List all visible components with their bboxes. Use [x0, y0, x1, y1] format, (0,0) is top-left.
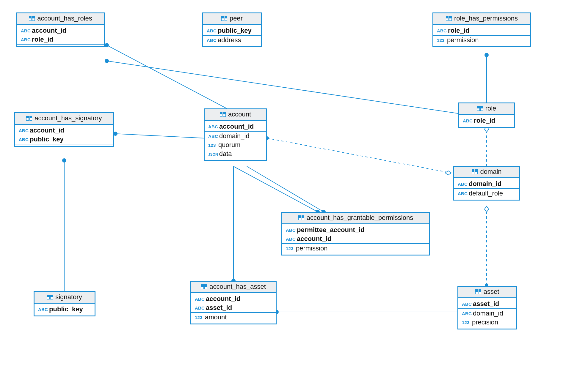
column-default-role: default_role — [454, 189, 519, 198]
type-number-icon — [208, 143, 217, 148]
column-asset-id: asset_id — [458, 299, 516, 308]
column-role-id: role_id — [433, 26, 530, 35]
table-role-has-permissions[interactable]: role_has_permissions role_id permission — [432, 12, 531, 47]
svg-point-3 — [105, 59, 109, 63]
svg-line-18 — [267, 138, 451, 173]
table-header: account_has_grantable_permissions — [282, 213, 429, 224]
table-header: domain — [454, 167, 519, 178]
table-role[interactable]: role role_id — [458, 102, 515, 128]
type-text-icon — [38, 307, 48, 312]
table-peer[interactable]: peer public_key address — [202, 12, 262, 47]
column-account-id: account_id — [282, 234, 429, 243]
table-icon — [221, 15, 228, 21]
table-icon — [26, 115, 33, 121]
type-text-icon — [195, 305, 205, 310]
type-text-icon — [462, 302, 472, 307]
column-permission: permission — [282, 244, 429, 253]
table-account-has-asset[interactable]: account_has_asset account_id asset_id am… — [190, 281, 277, 324]
column-list: public_key address — [203, 25, 261, 46]
column-amount: amount — [191, 313, 276, 322]
column-list: asset_id domain_id precision — [458, 298, 516, 329]
type-number-icon — [195, 315, 204, 320]
column-role-id: role_id — [17, 35, 104, 44]
column-account-id: account_id — [205, 122, 266, 131]
svg-line-10 — [233, 166, 318, 212]
column-list: permittee_account_id account_id permissi… — [282, 224, 429, 255]
column-permission: permission — [433, 36, 530, 45]
svg-point-9 — [62, 159, 66, 162]
column-account-id: account_id — [191, 294, 276, 303]
table-header: signatory — [35, 292, 95, 304]
table-title: peer — [230, 15, 243, 22]
type-text-icon — [208, 124, 218, 129]
divider — [17, 44, 104, 45]
column-quorum: quorum — [205, 141, 266, 149]
table-icon — [47, 294, 54, 300]
column-domain-id: domain_id — [454, 179, 519, 188]
table-header: peer — [203, 13, 261, 25]
table-icon — [477, 105, 484, 111]
type-text-icon — [463, 118, 473, 123]
column-account-id: account_id — [15, 126, 113, 135]
table-title: asset — [484, 288, 499, 296]
svg-marker-25 — [484, 206, 489, 212]
svg-point-5 — [485, 53, 488, 57]
table-icon — [29, 15, 35, 21]
divider — [15, 144, 113, 144]
column-precision: precision — [458, 318, 516, 327]
table-account-has-roles[interactable]: account_has_roles account_id role_id — [16, 12, 105, 47]
table-title: account_has_roles — [37, 15, 92, 22]
column-list: role_id permission — [433, 25, 530, 46]
column-list: role_id — [459, 115, 514, 127]
column-public-key: public_key — [15, 135, 113, 144]
column-data: data — [205, 149, 266, 158]
type-text-icon — [437, 28, 447, 33]
svg-point-1 — [105, 43, 109, 47]
table-account-has-signatory[interactable]: account_has_signatory account_id public_… — [14, 112, 114, 147]
table-title: account_has_grantable_permissions — [307, 214, 413, 222]
table-title: account_has_signatory — [35, 114, 102, 122]
table-signatory[interactable]: signatory public_key — [34, 291, 95, 316]
table-title: account — [228, 111, 251, 118]
table-account-has-grantable-permissions[interactable]: account_has_grantable_permissions permit… — [281, 212, 430, 255]
column-permittee-account-id: permittee_account_id — [282, 225, 429, 234]
column-address: address — [203, 36, 261, 45]
table-header: account_has_asset — [191, 282, 276, 293]
type-text-icon — [21, 37, 31, 42]
type-text-icon — [462, 311, 472, 316]
type-text-icon — [458, 191, 468, 196]
type-text-icon — [195, 296, 205, 302]
type-text-icon — [207, 28, 217, 33]
type-text-icon — [207, 38, 217, 43]
type-text-icon — [19, 137, 29, 142]
column-list: account_id role_id — [17, 25, 104, 46]
type-text-icon — [208, 134, 218, 139]
column-list: public_key — [35, 304, 95, 316]
er-diagram: account_has_roles account_id role_id pee… — [0, 0, 588, 377]
type-text-icon — [21, 28, 31, 33]
column-account-id: account_id — [17, 26, 104, 35]
column-role-id: role_id — [459, 116, 514, 125]
table-title: signatory — [55, 293, 82, 301]
table-icon — [446, 15, 452, 21]
table-title: role — [485, 105, 496, 112]
column-list: account_id public_key — [15, 125, 113, 146]
column-domain-id: domain_id — [458, 309, 516, 318]
table-header: account_has_roles — [17, 13, 104, 25]
table-title: role_has_permissions — [454, 15, 518, 22]
table-icon — [298, 215, 305, 221]
table-title: domain — [480, 168, 501, 176]
svg-point-7 — [114, 132, 117, 135]
svg-line-11 — [247, 166, 324, 212]
column-public-key: public_key — [203, 26, 261, 35]
type-number-icon — [286, 246, 295, 251]
type-number-icon — [462, 320, 471, 325]
column-list: domain_id default_role — [454, 178, 519, 200]
table-domain[interactable]: domain domain_id default_role — [453, 166, 520, 201]
table-header: asset — [458, 287, 516, 298]
table-asset[interactable]: asset asset_id domain_id precision — [457, 286, 517, 329]
table-account[interactable]: account account_id domain_id quorum data — [204, 108, 267, 161]
type-text-icon — [286, 228, 296, 233]
table-icon — [472, 169, 478, 175]
svg-line-0 — [107, 45, 227, 108]
